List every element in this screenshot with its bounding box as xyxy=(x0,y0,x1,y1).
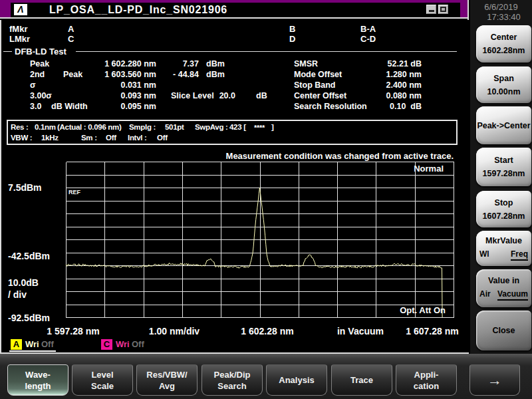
trace-c-selector[interactable]: C xyxy=(101,339,112,350)
lmkr-label: LMkr xyxy=(9,34,30,44)
analysis-row-db-width: 3.0 dB Width 0.095 nm Search Resolution … xyxy=(1,102,470,112)
maximize-icon xyxy=(440,7,446,12)
spectrum-chart xyxy=(66,162,454,318)
res-label: Res : xyxy=(11,123,29,131)
window-titlebar-area: Λ LP_OSA__LD-PD_Inc_SN021906 xyxy=(0,0,467,19)
menu-analysis[interactable]: Analysis xyxy=(266,364,327,396)
arrow-right-icon: → xyxy=(487,374,502,386)
sm-label: Sm : xyxy=(81,134,97,142)
separator-dash xyxy=(3,51,12,52)
value-in-air-option[interactable]: Air xyxy=(479,289,491,301)
chart-message: Measurement condition was changed from a… xyxy=(214,151,454,161)
marker-b-label: B xyxy=(289,24,295,34)
analysis-row-sigma: σ 0.031 nm Stop Band 2.400 nm xyxy=(1,80,470,91)
date-display: 6/6/2019 xyxy=(470,2,532,12)
intvl-value: Off xyxy=(157,134,168,142)
analysis-row-2nd-peak: 2nd Peak 1 603.560 nm - 44.84 dBm Mode O… xyxy=(1,70,470,80)
anritsu-logo-icon: Λ xyxy=(14,4,27,15)
separator-line xyxy=(76,51,457,52)
trace-c-mode: Wri xyxy=(116,339,130,349)
intvl-label: Intvl : xyxy=(128,134,147,142)
swpavg-close: ] xyxy=(271,123,274,131)
vbw-label: VBW : xyxy=(11,134,32,142)
trace-a-mode: Wri xyxy=(25,339,39,349)
softkey-close[interactable]: Close xyxy=(476,311,531,350)
minimize-button[interactable] xyxy=(426,5,436,14)
time-display: 17:33:40 xyxy=(470,12,532,22)
softkey-mkrvalue[interactable]: MkrValue Wl Freq xyxy=(476,231,531,266)
softkey-center[interactable]: Center 1602.28nm xyxy=(476,25,531,63)
softkey-stop[interactable]: Stop 1607.28nm xyxy=(476,191,531,227)
marker-a-label: A xyxy=(68,24,74,34)
window-title: LP_OSA__LD-PD_Inc_SN021906 xyxy=(49,4,227,16)
value-in-vacuum-option[interactable]: Vacuum xyxy=(497,289,528,301)
window-titlebar: Λ LP_OSA__LD-PD_Inc_SN021906 xyxy=(11,3,460,17)
function-menu-bar: Wave- length Level Scale Res/VBW/ Avg Pe… xyxy=(0,354,532,399)
mkrvalue-wl-option[interactable]: Wl xyxy=(479,249,489,261)
menu-level-scale[interactable]: Level Scale xyxy=(72,364,133,396)
trace-c-state: Off xyxy=(132,339,144,349)
main-window: Λ LP_OSA__LD-PD_Inc_SN021906 fMkr A B B-… xyxy=(0,0,469,354)
res-value: 0.1nm xyxy=(35,123,56,131)
trace-a-selector[interactable]: A xyxy=(11,339,22,350)
y-label-bottom: -92.5dBm xyxy=(8,313,50,323)
trace-a-active-underline xyxy=(9,350,56,352)
minimize-icon xyxy=(429,10,434,12)
x-label-stop: 1 607.28 nm xyxy=(406,326,458,336)
optical-attenuator-status: Opt. Att On xyxy=(374,305,446,315)
vbw-value: 1kHz xyxy=(41,134,59,142)
marker-cd-label: C-D xyxy=(360,34,376,44)
y-label-mid: -42.5dBm xyxy=(8,251,50,261)
smplg-label: Smplg : xyxy=(129,123,156,131)
swpavg-stars: **** xyxy=(254,124,265,132)
x-label-vacuum: in Vacuum xyxy=(337,326,384,336)
menu-more-arrow[interactable]: → xyxy=(469,364,520,396)
x-label-start: 1 597.28 nm xyxy=(47,326,99,336)
analysis-section-title: DFB-LD Test xyxy=(15,47,66,57)
trace-a-state: Off xyxy=(41,339,54,349)
x-label-center: 1 602.28 nm xyxy=(241,326,293,336)
marker-c-label: C xyxy=(68,34,74,44)
swpavg-label: SwpAvg : xyxy=(195,123,228,131)
menu-application[interactable]: Appli- cation xyxy=(396,364,457,396)
res-actual: (Actual : 0.096 nm) xyxy=(57,123,122,131)
marker-d-label: D xyxy=(289,34,295,44)
osa-screen: Λ LP_OSA__LD-PD_Inc_SN021906 fMkr A B B-… xyxy=(0,0,532,399)
ref-line-label: REF xyxy=(68,189,80,196)
menu-wavelength[interactable]: Wave- length xyxy=(7,364,68,396)
menu-trace[interactable]: Trace xyxy=(331,364,392,396)
softkey-peak-to-center[interactable]: Peak->Center xyxy=(476,106,531,144)
swpavg-value: 423 [ xyxy=(229,123,246,131)
menu-res-vbw-avg[interactable]: Res/VBW/ Avg xyxy=(136,364,198,396)
x-label-div: 1.00 nm/div xyxy=(149,326,200,336)
softkey-panel: 6/6/2019 17:33:40 Center 1602.28nm Span … xyxy=(470,0,532,354)
softkey-value-in[interactable]: Value in Air Vacuum xyxy=(476,269,531,307)
fmkr-label: fMkr xyxy=(9,24,27,34)
sweep-settings-box: Res : 0.1nm (Actual : 0.096 nm) Smplg : … xyxy=(7,120,458,145)
menu-peak-dip-search[interactable]: Peak/Dip Search xyxy=(201,364,263,396)
main-content: fMkr A B B-A LMkr C D C-D DFB-LD Test Pe… xyxy=(0,20,469,354)
softkey-span[interactable]: Span 10.00nm xyxy=(476,66,531,103)
analysis-row-peak: Peak 1 602.280 nm 7.37 dBm SMSR 52.21 dB xyxy=(1,59,470,70)
smplg-value: 501pt xyxy=(165,123,184,131)
y-label-scale-div: / div xyxy=(8,289,27,300)
mkrvalue-freq-option[interactable]: Freq xyxy=(511,249,528,261)
y-label-scale: 10.0dB xyxy=(8,277,39,288)
maximize-button[interactable] xyxy=(438,5,448,14)
softkey-start[interactable]: Start 1597.28nm xyxy=(476,148,531,186)
analysis-row-3sigma: 3.00σ 0.093 nm Slice Level 20.0 dB Cente… xyxy=(1,91,470,102)
y-label-ref: 7.5dBm xyxy=(8,182,42,193)
sm-value: Off xyxy=(106,134,116,142)
marker-ba-label: B-A xyxy=(360,24,376,34)
